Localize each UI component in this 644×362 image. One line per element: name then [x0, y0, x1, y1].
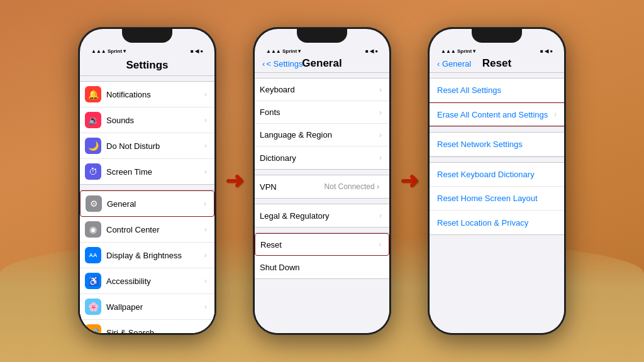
- reset-keyboard[interactable]: Reset Keyboard Dictionary: [430, 163, 564, 187]
- reset-location[interactable]: Reset Location & Privacy: [430, 211, 564, 234]
- settings-list-1: 🔔 Notifications › 🔉 Sounds › 🌙 Do Not Di…: [80, 76, 214, 333]
- list-item[interactable]: AA Display & Brightness ›: [80, 243, 214, 268]
- siri-icon: 🎤: [85, 324, 101, 333]
- notch-2: [297, 29, 347, 43]
- reset-item[interactable]: Reset ›: [255, 233, 389, 256]
- item-label: Fonts: [260, 107, 379, 117]
- status-left-2: ▲▲▲ Sprint ▾: [266, 48, 301, 54]
- nav-header-1: Settings: [80, 57, 214, 76]
- accessibility-icon: ♿: [85, 273, 101, 289]
- settings-group-2b: VPN Not Connected ›: [255, 175, 389, 199]
- reset-homescreen[interactable]: Reset Home Screen Layout: [430, 187, 564, 211]
- status-left-3: ▲▲▲ Sprint ▾: [441, 48, 475, 54]
- list-item[interactable]: 🔉 Sounds ›: [80, 107, 214, 133]
- item-label: Language & Region: [260, 130, 379, 140]
- reset-all-settings[interactable]: Reset All Settings: [430, 79, 564, 102]
- item-label: General: [107, 199, 204, 209]
- nav-header-3: ‹ General Reset: [430, 57, 564, 73]
- nav-row-2: ‹ < Settings General: [262, 59, 382, 69]
- list-item[interactable]: ◉ Control Center ›: [80, 217, 214, 243]
- item-value: Not Connected ›: [325, 182, 379, 191]
- carrier-1: ▲▲▲ Sprint ▾: [91, 48, 126, 54]
- status-right-1: ■ ◀ ●: [191, 48, 203, 54]
- sounds-icon: 🔉: [85, 112, 101, 128]
- notch-1: [122, 29, 172, 43]
- list-item[interactable]: Shut Down: [255, 256, 389, 278]
- phones-container: ▲▲▲ Sprint ▾ ■ ◀ ● Settings 🔔 Notificati…: [78, 27, 566, 335]
- settings-group-1a: 🔔 Notifications › 🔉 Sounds › 🌙 Do Not Di…: [80, 81, 214, 185]
- settings-group-3c: Reset Keyboard Dictionary Reset Home Scr…: [430, 162, 564, 235]
- list-item[interactable]: Dictionary ›: [255, 146, 389, 169]
- item-label: Siri & Search: [106, 328, 204, 333]
- item-label: Display & Brightness: [106, 251, 204, 260]
- status-right-2: ■ ◀ ●: [365, 48, 378, 54]
- dnd-icon: 🌙: [85, 138, 101, 154]
- item-label: Reset Network Settings: [437, 140, 557, 149]
- list-item[interactable]: Fonts ›: [255, 101, 389, 124]
- arrow-1: ➜: [225, 168, 244, 194]
- settings-group-2c: Legal & Regulatory ›: [255, 204, 389, 228]
- list-item[interactable]: 🎤 Siri & Search ›: [80, 320, 214, 333]
- screentime-icon: ⏱: [85, 163, 101, 180]
- nav-header-2: ‹ < Settings General: [255, 57, 389, 73]
- item-label: Control Center: [106, 225, 204, 234]
- item-label: Dictionary: [260, 153, 379, 163]
- notifications-icon: 🔔: [85, 86, 101, 102]
- carrier-2: ▲▲▲ Sprint ▾: [266, 48, 301, 54]
- item-label: Erase All Content and Settings: [437, 110, 554, 119]
- status-left-1: ▲▲▲ Sprint ▾: [91, 48, 126, 54]
- page-title-2: General: [302, 57, 341, 70]
- notch-3: [472, 29, 522, 43]
- item-label: Reset Location & Privacy: [437, 218, 557, 228]
- item-label: Reset: [260, 240, 379, 250]
- status-right-3: ■ ◀ ●: [540, 48, 553, 54]
- general-icon: ⚙: [86, 195, 102, 212]
- item-label: Keyboard: [260, 85, 379, 94]
- item-label: Reset Keyboard Dictionary: [437, 170, 557, 179]
- list-item[interactable]: ⏱ Screen Time ›: [80, 159, 214, 184]
- battery-3: ■ ◀ ●: [540, 48, 553, 54]
- list-item[interactable]: 🌸 Wallpaper ›: [80, 294, 214, 320]
- item-label: Accessibility: [106, 277, 204, 286]
- phone-1: ▲▲▲ Sprint ▾ ■ ◀ ● Settings 🔔 Notificati…: [78, 27, 216, 335]
- item-label: Reset All Settings: [437, 85, 557, 95]
- list-item[interactable]: VPN Not Connected ›: [255, 175, 389, 198]
- item-label: Notifications: [106, 90, 204, 99]
- item-label: VPN: [260, 182, 325, 192]
- back-button-3[interactable]: ‹ General: [437, 59, 471, 69]
- phone-2: ▲▲▲ Sprint ▾ ■ ◀ ● ‹ < Settings General …: [253, 27, 391, 335]
- list-item[interactable]: Keyboard ›: [255, 79, 389, 101]
- item-label: Shut Down: [260, 263, 382, 272]
- arrow-2: ➜: [400, 168, 419, 194]
- settings-group-3b: Reset Network Settings: [430, 132, 564, 157]
- back-button-2[interactable]: ‹ < Settings: [262, 59, 303, 69]
- page-title-1: Settings: [87, 59, 207, 72]
- controlcenter-icon: ◉: [85, 221, 101, 238]
- item-label: Reset Home Screen Layout: [437, 194, 557, 203]
- list-item[interactable]: 🌙 Do Not Disturb ›: [80, 133, 214, 159]
- general-item[interactable]: ⚙ General ›: [80, 190, 214, 217]
- item-label: Do Not Disturb: [106, 141, 204, 151]
- settings-group-3a: Reset All Settings Erase All Content and…: [430, 78, 564, 127]
- battery-2: ■ ◀ ●: [365, 48, 378, 54]
- nav-row-3: ‹ General Reset: [437, 59, 557, 69]
- settings-group-2d: Reset › Shut Down: [255, 233, 389, 279]
- settings-group-2a: Keyboard › Fonts › Language & Region › D…: [255, 78, 389, 170]
- phone-3: ▲▲▲ Sprint ▾ ■ ◀ ● ‹ General Reset Reset…: [428, 27, 566, 335]
- display-icon: AA: [85, 247, 101, 263]
- settings-group-1b: ⚙ General › ◉ Control Center › AA Displa…: [80, 190, 214, 333]
- item-label: Legal & Regulatory: [260, 211, 379, 221]
- reset-network[interactable]: Reset Network Settings: [430, 133, 564, 156]
- list-item[interactable]: 🔔 Notifications ›: [80, 82, 214, 107]
- list-item[interactable]: Language & Region ›: [255, 124, 389, 146]
- item-label: Sounds: [106, 116, 204, 125]
- battery-1: ■ ◀ ●: [191, 48, 203, 54]
- wallpaper-icon: 🌸: [85, 299, 101, 315]
- item-label: Screen Time: [106, 167, 204, 177]
- settings-list-3: Reset All Settings Erase All Content and…: [430, 73, 564, 333]
- list-item[interactable]: ♿ Accessibility ›: [80, 268, 214, 294]
- list-item[interactable]: Legal & Regulatory ›: [255, 204, 389, 227]
- erase-all-content[interactable]: Erase All Content and Settings ›: [430, 102, 564, 126]
- carrier-3: ▲▲▲ Sprint ▾: [441, 48, 475, 54]
- settings-list-2: Keyboard › Fonts › Language & Region › D…: [255, 73, 389, 333]
